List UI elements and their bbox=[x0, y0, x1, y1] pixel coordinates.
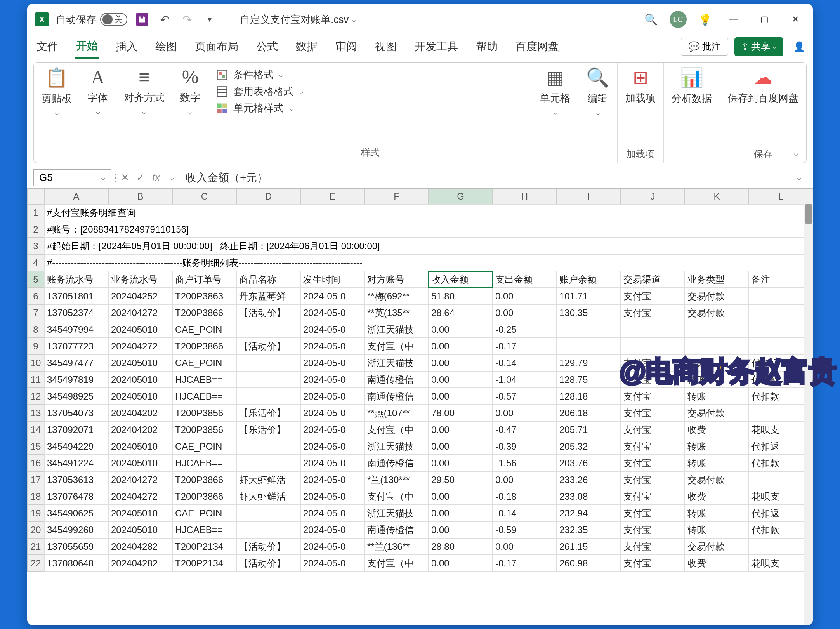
qat-dropdown[interactable]: ▾ bbox=[202, 12, 217, 27]
data-cell[interactable]: -1.04 bbox=[493, 371, 557, 388]
data-cell[interactable]: 支付宝（中 bbox=[364, 555, 429, 572]
chevron-down-icon[interactable]: ⌵ bbox=[96, 108, 100, 116]
row-header[interactable]: 7 bbox=[27, 304, 44, 321]
cell-style-button[interactable]: 单元格样式 ⌵ bbox=[216, 100, 524, 116]
row-header[interactable]: 20 bbox=[27, 521, 44, 538]
row-header[interactable]: 3 bbox=[27, 238, 44, 254]
tab-help[interactable]: 帮助 bbox=[474, 35, 499, 58]
data-cell[interactable]: 0.00 bbox=[429, 455, 493, 471]
filename[interactable]: 自定义支付宝对账单.csv ⌵ bbox=[240, 13, 356, 26]
tab-home[interactable]: 开始 bbox=[75, 35, 99, 59]
data-cell[interactable]: 转账 bbox=[685, 388, 749, 405]
data-cell[interactable]: 转账 bbox=[685, 371, 749, 388]
header-cell[interactable]: 对方账号 bbox=[364, 271, 429, 288]
tab-data[interactable]: 数据 bbox=[294, 35, 319, 58]
data-cell[interactable]: 0.00 bbox=[429, 354, 493, 371]
lightbulb-icon[interactable]: 💡 bbox=[698, 13, 712, 26]
data-cell[interactable]: 345499260 bbox=[44, 521, 108, 538]
maximize-button[interactable]: ▢ bbox=[755, 12, 774, 27]
data-cell[interactable]: 【活动价】 bbox=[236, 538, 300, 555]
data-cell[interactable]: 28.80 bbox=[429, 538, 493, 555]
data-cell[interactable]: 345494229 bbox=[44, 438, 108, 455]
search-icon[interactable]: 🔍 bbox=[644, 13, 658, 26]
row-header[interactable]: 4 bbox=[27, 254, 44, 271]
tab-review[interactable]: 审阅 bbox=[334, 35, 359, 58]
data-cell[interactable]: 支付宝 bbox=[621, 488, 685, 505]
data-cell[interactable]: 202404202 bbox=[108, 421, 172, 438]
data-cell[interactable]: 支付宝 bbox=[621, 521, 685, 538]
data-cell[interactable]: 203.76 bbox=[557, 455, 621, 471]
header-cell[interactable]: 业务流水号 bbox=[108, 271, 172, 288]
row-header[interactable]: 18 bbox=[27, 488, 44, 505]
data-cell[interactable]: 转账 bbox=[685, 455, 749, 471]
header-cell[interactable]: 商品名称 bbox=[236, 271, 300, 288]
data-cell[interactable]: -1.56 bbox=[493, 455, 557, 471]
data-cell[interactable]: 浙江天猫技 bbox=[364, 321, 429, 338]
data-cell[interactable]: 345497477 bbox=[44, 354, 108, 371]
redo-button[interactable]: ↷ bbox=[179, 12, 195, 27]
header-cell[interactable]: 发生时间 bbox=[300, 271, 364, 288]
data-cell[interactable] bbox=[621, 338, 685, 354]
data-cell[interactable]: 南通传橙信 bbox=[364, 371, 429, 388]
header-cell[interactable]: 账户余额 bbox=[557, 271, 621, 288]
col-header-C[interactable]: C bbox=[172, 189, 236, 204]
chevron-down-icon[interactable]: ⌵ bbox=[596, 108, 600, 117]
share-button[interactable]: ⇪ 共享 ⌵ bbox=[734, 37, 783, 56]
data-cell[interactable]: 205.32 bbox=[557, 438, 621, 455]
data-cell[interactable]: 137092071 bbox=[44, 421, 108, 438]
data-cell[interactable]: 交易付款 bbox=[685, 405, 749, 421]
data-cell[interactable]: 202404282 bbox=[108, 555, 172, 572]
header-cell[interactable]: 支出金额 bbox=[493, 271, 557, 288]
data-cell[interactable]: 支付宝 bbox=[621, 538, 685, 555]
data-cell[interactable] bbox=[557, 321, 621, 338]
data-cell[interactable]: 交易付款 bbox=[685, 471, 749, 488]
data-cell[interactable]: 虾大虾鲜活 bbox=[236, 488, 300, 505]
header-cell[interactable]: 交易渠道 bbox=[621, 271, 685, 288]
data-cell[interactable]: 0.00 bbox=[493, 304, 557, 321]
data-cell[interactable]: T200P3856 bbox=[172, 421, 236, 438]
data-cell[interactable]: 0.00 bbox=[429, 371, 493, 388]
analyze-icon[interactable]: 📊 bbox=[680, 66, 703, 89]
col-header-J[interactable]: J bbox=[621, 189, 685, 204]
data-cell[interactable]: 0.00 bbox=[493, 471, 557, 488]
data-cell[interactable]: 2024-05-0 bbox=[300, 321, 364, 338]
row-header[interactable]: 2 bbox=[27, 221, 44, 238]
cloud-icon[interactable]: ☁ bbox=[754, 66, 772, 88]
data-cell[interactable]: 51.80 bbox=[429, 288, 493, 304]
tab-draw[interactable]: 绘图 bbox=[154, 35, 179, 58]
header-cell[interactable]: 账务流水号 bbox=[44, 271, 108, 288]
data-cell[interactable] bbox=[236, 455, 300, 471]
data-cell[interactable]: 支付宝（中 bbox=[364, 421, 429, 438]
data-cell[interactable]: 交易付款 bbox=[685, 538, 749, 555]
data-cell[interactable]: 202405010 bbox=[108, 438, 172, 455]
scrollbar-vertical[interactable] bbox=[804, 189, 813, 625]
data-cell[interactable]: 支付宝 bbox=[621, 354, 685, 371]
data-cell[interactable]: 南通传橙信 bbox=[364, 388, 429, 405]
data-cell[interactable]: -0.57 bbox=[493, 388, 557, 405]
formula-input[interactable]: 收入金额（+元） bbox=[179, 170, 791, 185]
table-format-button[interactable]: 套用表格格式 ⌵ bbox=[216, 83, 524, 100]
data-cell[interactable]: 【活动价】 bbox=[236, 338, 300, 354]
data-cell[interactable]: 【活动价】 bbox=[236, 304, 300, 321]
data-cell[interactable]: **兰(136** bbox=[364, 538, 429, 555]
data-cell[interactable]: 【乐活价】 bbox=[236, 405, 300, 421]
data-cell[interactable]: 202404272 bbox=[108, 304, 172, 321]
data-cell[interactable]: 202404272 bbox=[108, 338, 172, 354]
data-cell[interactable] bbox=[236, 438, 300, 455]
cells-icon[interactable]: ▦ bbox=[547, 66, 564, 88]
data-cell[interactable]: 260.98 bbox=[557, 555, 621, 572]
data-cell[interactable]: 2024-05-0 bbox=[300, 471, 364, 488]
tab-dev[interactable]: 开发工具 bbox=[413, 35, 460, 58]
data-cell[interactable]: 浙江天猫技 bbox=[364, 438, 429, 455]
data-cell[interactable]: 2024-05-0 bbox=[300, 488, 364, 505]
data-cell[interactable]: 202405010 bbox=[108, 388, 172, 405]
row-header[interactable]: 19 bbox=[27, 505, 44, 521]
data-cell[interactable]: 137053613 bbox=[44, 471, 108, 488]
percent-icon[interactable]: % bbox=[182, 66, 199, 88]
row-header[interactable]: 11 bbox=[27, 371, 44, 388]
data-cell[interactable]: 202405010 bbox=[108, 505, 172, 521]
col-header-G[interactable]: G bbox=[429, 189, 493, 204]
data-cell[interactable]: CAE_POIN bbox=[172, 321, 236, 338]
row-header[interactable]: 15 bbox=[27, 438, 44, 455]
data-cell[interactable]: 129.79 bbox=[557, 354, 621, 371]
